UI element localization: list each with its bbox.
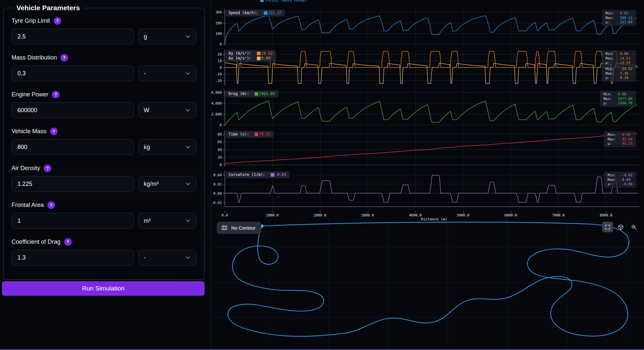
y-tick-label: 0	[220, 65, 222, 69]
field-label: Frontal Area	[12, 202, 44, 209]
chevron-down-icon	[185, 254, 191, 261]
help-icon[interactable]: ?	[64, 238, 72, 246]
chevron-down-icon	[185, 144, 191, 150]
stats-group: Min:-24.52Max:7.35μ:0.29	[606, 67, 632, 80]
y-axis: 0.040.020.00-0.02	[211, 171, 225, 207]
field-label: Air Density	[12, 165, 40, 172]
legend-series-label: Time (s):	[229, 132, 251, 137]
chart-stats: Min:0.00Max:82.04μ:45.25	[604, 131, 636, 147]
unit-select[interactable]: g	[138, 29, 196, 44]
field-input[interactable]	[12, 29, 134, 44]
help-icon[interactable]: ?	[52, 91, 60, 98]
unit-value: -	[144, 70, 146, 77]
help-icon[interactable]: ?	[47, 201, 55, 209]
unit-value: kg	[144, 144, 150, 151]
zoom-out-icon	[631, 224, 637, 230]
results-panel: Point Mass Model 3002001000Speed (km/h):…	[211, 0, 644, 350]
no-contour-button[interactable]: No Contour	[217, 222, 261, 234]
form-group: Air Density?kg/m³	[12, 164, 196, 192]
help-icon[interactable]: ?	[44, 164, 51, 172]
legend-value: 0.00	[261, 56, 270, 61]
track-outline	[228, 222, 629, 336]
chart-legend: Speed (km/h): 221.37	[226, 10, 285, 16]
field-label-row: Mass Distribution?	[12, 54, 196, 62]
stats-value: 2930.76	[618, 101, 632, 106]
fullscreen-button[interactable]	[602, 222, 613, 232]
stats-label: Min:	[606, 11, 617, 16]
y-tick-label: 0.00	[213, 191, 222, 195]
stats-value: 82.04	[622, 137, 632, 142]
y-axis: 3002001000	[211, 9, 225, 45]
unit-select[interactable]: m²	[138, 213, 196, 229]
chart-plot[interactable]: Time (s): 79.32Min:0.00Max:82.04μ:45.25	[225, 130, 639, 166]
app-root: Vehicle Parameters Tyre Grip Limit?gMass…	[0, 0, 644, 350]
unit-value: kg/m³	[144, 181, 159, 188]
stats-value: 0.01	[620, 11, 632, 16]
field-label: Engine Power	[12, 91, 48, 98]
chart-canvas	[225, 130, 639, 166]
x-tick-mark	[558, 211, 559, 213]
fullscreen-icon	[605, 224, 611, 230]
x-tick-mark	[511, 211, 511, 213]
field-label-row: Engine Power?	[12, 91, 196, 98]
unit-select[interactable]: kg/m³	[138, 176, 196, 192]
help-icon[interactable]: ?	[50, 128, 58, 135]
legend-swatch	[257, 57, 260, 60]
chart-plot[interactable]: Curvature (1/m): -0.01Min:-0.02Max:0.04μ…	[225, 171, 639, 207]
stats-value: -24.52	[620, 67, 632, 71]
legend-series-label: Curvature (1/m):	[229, 172, 267, 177]
chart-plot[interactable]: Drag (N): 2983.60Min:0.00Max:5977.86μ:29…	[225, 90, 639, 126]
unit-select[interactable]: W	[138, 102, 196, 118]
y-tick-label: 0	[220, 123, 222, 127]
stats-group: Min:-0.02Max:0.04μ:-0.00	[607, 173, 632, 187]
field-input[interactable]	[12, 65, 134, 81]
y-tick-label: 2,000	[211, 112, 222, 116]
form-group: Engine Power?W	[12, 91, 196, 118]
track-map-canvas[interactable]	[211, 219, 644, 349]
chart-row: 806040200Time (s): 79.32Min:0.00Max:82.0…	[211, 130, 639, 166]
form-group: Coefficient of Drag?-	[12, 238, 196, 265]
stats-value: 24.52	[620, 56, 632, 61]
unit-select[interactable]: -	[138, 250, 196, 265]
legend-series-label: Speed (km/h):	[229, 11, 260, 15]
stats-group: Min:0.01Max:309.21μ:207.84	[606, 11, 632, 25]
y-tick-label: 100	[215, 32, 222, 36]
x-tick-label: 3000.0	[361, 213, 374, 217]
unit-value: -	[144, 254, 146, 261]
run-simulation-button[interactable]: Run Simulation	[2, 281, 205, 296]
stats-value: -0.00	[622, 182, 632, 187]
field-input[interactable]	[12, 139, 134, 155]
no-contour-label: No Contour	[231, 225, 256, 231]
stats-value: -0.02	[622, 173, 632, 178]
chart-plot[interactable]: Ay (m/s²): 24.52Ax (m/s²): 0.00Min:0.00M…	[225, 49, 639, 86]
legend-line: Time (s): 79.32	[229, 132, 270, 137]
y-tick-label: 10	[217, 59, 222, 63]
field-input[interactable]	[12, 213, 134, 229]
track-map[interactable]: No Contour	[211, 219, 644, 349]
zoom-out-button[interactable]	[629, 222, 639, 232]
view-3d-button[interactable]	[615, 222, 626, 232]
stats-group: Min:0.00Max:82.04μ:45.25	[607, 133, 632, 146]
help-icon[interactable]: ?	[54, 17, 61, 25]
x-tick-mark	[320, 211, 320, 213]
field-input-row: -	[12, 65, 196, 81]
chevron-down-icon	[185, 181, 191, 187]
stats-value: 45.25	[622, 141, 632, 146]
field-label-row: Frontal Area?	[12, 201, 196, 209]
field-input[interactable]	[12, 176, 134, 192]
stats-label: μ:	[604, 101, 615, 106]
help-icon[interactable]: ?	[61, 54, 68, 62]
unit-select[interactable]: -	[138, 65, 196, 81]
chevron-down-icon	[185, 107, 191, 113]
chart-plot[interactable]: Speed (km/h): 221.37Min:0.01Max:309.21μ:…	[225, 9, 639, 45]
stats-label: μ:	[607, 141, 619, 146]
field-input-row: kg/m³	[12, 176, 196, 192]
field-input[interactable]	[12, 102, 134, 118]
unit-select[interactable]: kg	[138, 139, 196, 155]
stats-value: 309.21	[620, 16, 632, 20]
parameters-panel: Vehicle Parameters Tyre Grip Limit?gMass…	[0, 0, 211, 349]
form-fields: Tyre Grip Limit?gMass Distribution?-Engi…	[12, 17, 196, 265]
chart-row: 0.040.020.00-0.02Curvature (1/m): -0.01M…	[211, 171, 639, 207]
field-input[interactable]	[12, 250, 134, 265]
field-label: Mass Distribution	[12, 54, 57, 61]
